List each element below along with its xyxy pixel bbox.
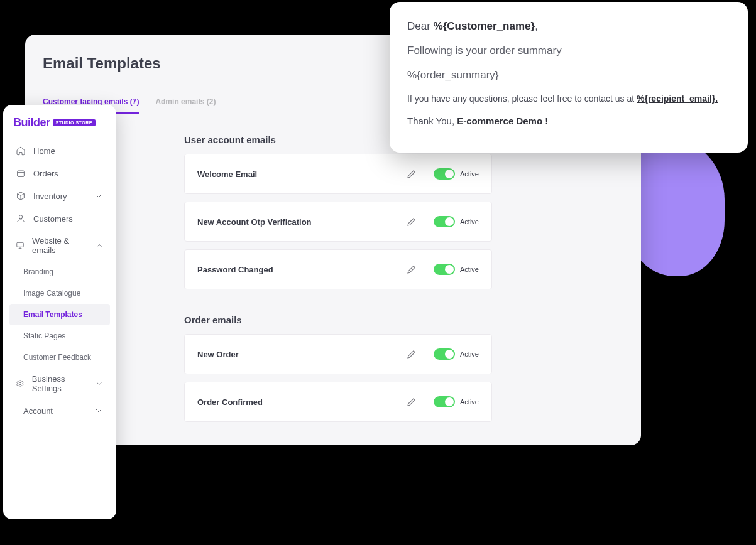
status-toggle[interactable] (434, 216, 455, 227)
sidebar-item-customers[interactable]: Customers (9, 207, 110, 230)
sidebar-item-label: Home (33, 146, 55, 156)
sidebar-item-home[interactable]: Home (9, 139, 110, 162)
template-actions: Active (406, 216, 479, 227)
sidebar-sub-email-templates[interactable]: Email Templates (9, 304, 110, 325)
template-row-otp: New Account Otp Verification Active (184, 202, 492, 242)
greet-prefix: Dear (407, 20, 434, 32)
chevron-down-icon (95, 379, 104, 389)
email-preview-card: Dear %{Customer_name}, Following is your… (390, 2, 748, 153)
edit-icon[interactable] (406, 264, 417, 275)
toggle-wrap: Active (434, 396, 479, 407)
status-label: Active (460, 218, 479, 225)
template-actions: Active (406, 348, 479, 360)
orders-icon (16, 168, 26, 178)
status-toggle[interactable] (434, 264, 455, 275)
gear-icon (16, 379, 25, 389)
template-label: Welcome Email (197, 170, 257, 179)
edit-icon[interactable] (406, 216, 417, 227)
sidebar-sub-customer-feedback[interactable]: Customer Feedback (9, 347, 110, 368)
status-label: Active (460, 398, 479, 406)
greet-suffix: , (535, 20, 538, 32)
sidebar-item-label: Orders (33, 169, 58, 178)
edit-icon[interactable] (406, 168, 417, 180)
template-actions: Active (406, 168, 479, 180)
status-label: Active (460, 350, 479, 358)
section-title-order: Order emails (184, 315, 492, 325)
template-label: New Order (197, 350, 239, 359)
sidebar-sub-branding[interactable]: Branding (9, 261, 110, 283)
sidebar: Builder STUDIO STORE Home Orders Invento… (3, 105, 116, 519)
template-label: Password Changed (197, 265, 273, 274)
status-label: Active (460, 266, 479, 273)
template-row-neworder: New Order Active (184, 334, 492, 374)
template-row-password: Password Changed Active (184, 249, 492, 289)
template-label: Order Confirmed (197, 397, 263, 407)
svg-rect-0 (18, 171, 25, 176)
preview-greeting: Dear %{Customer_name}, (407, 19, 730, 34)
sidebar-sub-image-catalogue[interactable]: Image Catalogue (9, 283, 110, 304)
preview-token: %{order_summary} (407, 68, 730, 83)
toggle-wrap: Active (434, 168, 479, 180)
sidebar-sub-static-pages[interactable]: Static Pages (9, 325, 110, 347)
sidebar-item-website-emails[interactable]: Website & emails (9, 230, 110, 261)
chevron-up-icon (95, 240, 104, 251)
sidebar-item-label: Business Settings (32, 374, 88, 393)
tab-admin-emails[interactable]: Admin emails (2) (155, 97, 216, 114)
template-row-confirmed: Order Confirmed Active (184, 382, 492, 422)
edit-icon[interactable] (406, 348, 417, 360)
status-toggle[interactable] (434, 348, 455, 360)
home-icon (16, 146, 26, 156)
sidebar-item-label: Account (23, 406, 53, 416)
edit-icon[interactable] (406, 396, 417, 407)
logo-word: Builder (13, 116, 50, 129)
sig-prefix: Thank You, (407, 116, 457, 126)
sidebar-item-account[interactable]: Account (9, 399, 110, 422)
inventory-icon (16, 191, 26, 201)
svg-point-1 (19, 215, 22, 219)
sidebar-item-label: Inventory (33, 192, 67, 201)
svg-point-3 (19, 382, 21, 384)
sidebar-item-orders[interactable]: Orders (9, 162, 110, 185)
toggle-wrap: Active (434, 348, 479, 360)
chevron-down-icon (94, 191, 104, 201)
status-toggle[interactable] (434, 396, 455, 407)
logo: Builder STUDIO STORE (9, 115, 110, 139)
sections-container: User account emails Welcome Email Active… (184, 134, 492, 422)
logo-chip: STUDIO STORE (53, 119, 96, 126)
sidebar-item-inventory[interactable]: Inventory (9, 185, 110, 207)
status-label: Active (460, 170, 479, 178)
preview-line4-prefix: If you have any questions, please feel f… (407, 94, 637, 104)
sidebar-item-business-settings[interactable]: Business Settings (9, 368, 110, 399)
template-actions: Active (406, 264, 479, 275)
preview-line4: If you have any questions, please feel f… (407, 93, 730, 105)
greet-token: %{Customer_name} (434, 20, 535, 32)
sig-bold: E-commerce Demo ! (457, 116, 548, 126)
preview-signature: Thank You, E-commerce Demo ! (407, 115, 730, 127)
template-actions: Active (406, 396, 479, 407)
chevron-down-icon (94, 406, 104, 416)
monitor-icon (16, 240, 25, 251)
toggle-wrap: Active (434, 264, 479, 275)
toggle-wrap: Active (434, 216, 479, 227)
preview-line2: Following is your order summary (407, 44, 730, 58)
status-toggle[interactable] (434, 168, 455, 180)
svg-rect-2 (17, 242, 24, 247)
customers-icon (16, 213, 26, 224)
template-row-welcome: Welcome Email Active (184, 154, 492, 194)
sidebar-item-label: Customers (33, 214, 73, 224)
recipient-email-link[interactable]: %{recipient_email}. (637, 94, 718, 104)
sidebar-item-label: Website & emails (32, 236, 87, 255)
template-label: New Account Otp Verification (197, 217, 312, 227)
